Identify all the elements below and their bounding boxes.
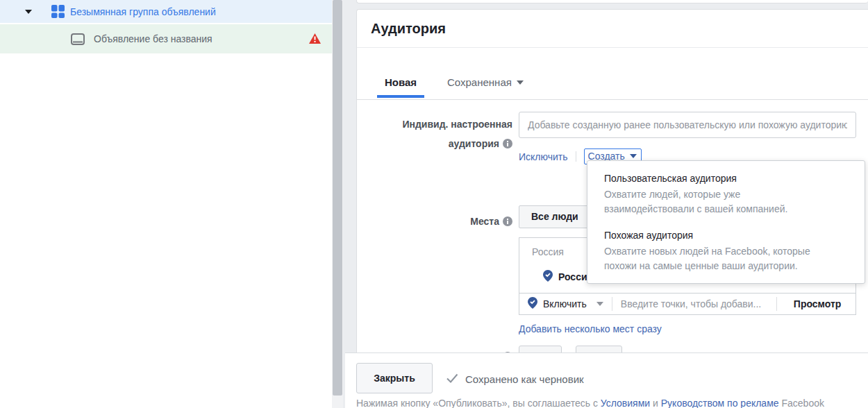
location-suggestion-row[interactable]: Россия bbox=[543, 270, 593, 284]
scrollbar-thumb[interactable] bbox=[333, 0, 342, 396]
menu-item-lookalike-audience[interactable]: Похожая аудитория Охватите новых людей н… bbox=[587, 230, 865, 273]
tab-saved-label: Сохраненная bbox=[447, 76, 512, 88]
tab-saved-audience[interactable]: Сохраненная bbox=[447, 76, 524, 88]
tab-new-audience[interactable]: Новая bbox=[377, 76, 424, 98]
separator bbox=[576, 151, 576, 162]
custom-audience-label: Индивид. настроенная аудитория bbox=[357, 114, 512, 155]
sidebar-scrollbar[interactable] bbox=[332, 0, 343, 408]
browse-locations-button[interactable]: Просмотр bbox=[794, 298, 842, 309]
chevron-down-icon bbox=[630, 154, 637, 158]
location-pin-icon bbox=[528, 297, 537, 312]
section-title: Аудитория bbox=[371, 21, 446, 37]
include-dropdown[interactable]: Включить bbox=[543, 298, 587, 309]
location-include-row: Включить Просмотр bbox=[519, 293, 856, 315]
collapse-caret-icon[interactable] bbox=[25, 10, 32, 14]
exclude-link[interactable]: Исключить bbox=[519, 151, 568, 162]
editor-footer: Закрыть Сохранено как черновик Нажимая к… bbox=[345, 352, 868, 408]
close-button[interactable]: Закрыть bbox=[356, 363, 433, 393]
info-icon[interactable] bbox=[503, 135, 512, 155]
separator bbox=[612, 297, 612, 311]
ad-group-label: Безымянная группа объявлений bbox=[70, 6, 216, 17]
chevron-down-icon bbox=[517, 80, 524, 85]
ad-icon bbox=[71, 33, 85, 45]
add-bulk-locations-link[interactable]: Добавить несколько мест сразу bbox=[519, 323, 662, 334]
sidebar-item-ad[interactable]: Объявление без названия bbox=[0, 24, 332, 53]
ad-label: Объявление без названия bbox=[94, 33, 212, 44]
info-icon[interactable] bbox=[503, 216, 512, 228]
divider bbox=[357, 47, 868, 48]
chevron-down-icon[interactable] bbox=[596, 302, 603, 306]
tabs-divider bbox=[357, 99, 868, 100]
campaign-tree-sidebar: Безымянная группа объявлений Объявление … bbox=[0, 0, 332, 408]
places-label: Места bbox=[357, 216, 512, 228]
custom-audience-input[interactable] bbox=[519, 112, 856, 138]
sidebar-item-ad-group[interactable]: Безымянная группа объявлений bbox=[0, 0, 332, 23]
menu-item-custom-audience[interactable]: Пользовательская аудитория Охватите люде… bbox=[587, 173, 865, 216]
previous-card-edge bbox=[356, 0, 868, 3]
warning-icon bbox=[309, 33, 321, 44]
check-icon bbox=[446, 373, 458, 385]
tab-new-label: Новая bbox=[385, 76, 417, 88]
create-audience-menu: Пользовательская аудитория Охватите люде… bbox=[587, 160, 865, 284]
draft-status-text: Сохранено как черновик bbox=[465, 373, 584, 385]
location-query-text: Россия bbox=[532, 246, 564, 257]
location-points-input[interactable] bbox=[621, 298, 768, 309]
legal-text: Нажимая кнопку «Опубликовать», вы соглаш… bbox=[356, 398, 824, 408]
draft-status: Сохранено как черновик bbox=[446, 368, 584, 389]
location-pin-icon bbox=[543, 270, 553, 284]
ad-guidelines-link[interactable]: Руководством по рекламе bbox=[661, 398, 779, 408]
ad-group-icon bbox=[51, 5, 65, 18]
terms-link[interactable]: Условиями bbox=[601, 398, 650, 408]
separator bbox=[776, 297, 777, 311]
